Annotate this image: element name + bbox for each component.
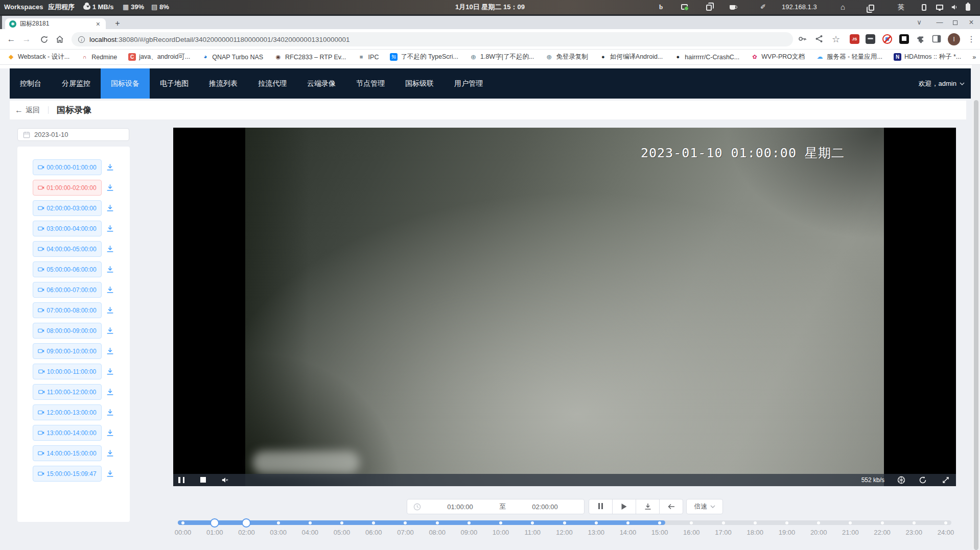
bookmark-item[interactable]: C java、android可... — [128, 53, 190, 61]
extension-dark-icon[interactable] — [899, 34, 909, 44]
segment-button[interactable]: 14:00:00-15:00:00 — [33, 445, 102, 461]
video-player[interactable]: 2023-01-10 01:00:00 星期二 552 kb/s — [173, 128, 956, 486]
window-close-button[interactable]: × — [965, 16, 978, 29]
extension-blocker-icon[interactable] — [882, 34, 892, 44]
download-icon[interactable] — [106, 306, 114, 315]
clipboard-tray-icon[interactable] — [706, 5, 712, 11]
speed-dropdown[interactable]: 倍速 — [686, 499, 723, 514]
download-icon[interactable] — [106, 449, 114, 458]
layers-tray-icon[interactable] — [869, 5, 874, 11]
segment-button[interactable]: 07:00:00-08:00:00 — [33, 302, 102, 318]
coffee-tray-icon[interactable] — [730, 5, 735, 10]
bookmark-item[interactable]: ■ IPC — [358, 53, 379, 61]
start-time-value[interactable]: 01:00:00 — [421, 503, 499, 511]
download-icon[interactable] — [106, 245, 114, 253]
pause-icon[interactable] — [178, 477, 184, 483]
download-icon[interactable] — [106, 469, 114, 478]
segment-button[interactable]: 08:00:00-09:00:00 — [33, 323, 102, 339]
volume-tray-icon[interactable] — [951, 4, 958, 11]
segment-button[interactable]: 15:00:00-15:09:47 — [33, 466, 102, 482]
timeline-handle-end[interactable] — [242, 518, 251, 528]
download-icon[interactable] — [106, 428, 114, 437]
download-icon[interactable] — [106, 388, 114, 396]
tab-close-icon[interactable]: × — [95, 20, 102, 28]
home-button[interactable] — [54, 33, 66, 45]
download-icon[interactable] — [106, 265, 114, 274]
bookmark-item[interactable]: ⊕ 1.8W字|了不起的... — [470, 53, 534, 61]
segment-button[interactable]: 04:00:00-05:00:00 — [33, 241, 102, 257]
forward-button[interactable]: → — [20, 33, 33, 45]
play-button[interactable] — [612, 499, 636, 514]
page-scrollbar[interactable] — [972, 65, 980, 550]
reload-button[interactable] — [38, 33, 50, 45]
bookmark-item[interactable]: » — [972, 54, 976, 61]
stop-icon[interactable] — [200, 477, 206, 483]
sidebar-toggle-icon[interactable] — [931, 34, 943, 45]
back-link[interactable]: ←返回 — [15, 106, 40, 115]
segment-button[interactable]: 09:00:00-10:00:00 — [33, 343, 102, 359]
extension-ninja-icon[interactable] — [866, 34, 875, 44]
segment-button[interactable]: 13:00:00-14:00:00 — [33, 425, 102, 441]
nav-item[interactable]: 拉流代理 — [248, 68, 297, 99]
download-icon[interactable] — [106, 224, 114, 233]
address-bar[interactable]: i localhost:38080/#/gbRecordDetail/34020… — [72, 32, 793, 46]
nav-item[interactable]: 电子地图 — [150, 68, 199, 99]
date-picker-input[interactable]: 2023-01-10 — [17, 128, 129, 141]
share-icon[interactable] — [814, 34, 825, 45]
bookmark-item[interactable]: ● 如何编译Android... — [599, 53, 663, 61]
download-icon[interactable] — [106, 367, 114, 376]
extensions-puzzle-icon[interactable] — [916, 34, 926, 44]
segment-button[interactable]: 05:00:00-06:00:00 — [33, 261, 102, 277]
monitor-tray-icon[interactable] — [936, 5, 943, 10]
nav-item[interactable]: 推流列表 — [199, 68, 248, 99]
pause-button[interactable] — [589, 499, 613, 514]
refresh-icon[interactable] — [919, 476, 927, 484]
phone-tray-icon[interactable] — [922, 4, 926, 11]
window-restore-button[interactable] — [948, 16, 962, 29]
nav-item[interactable]: 国标设备 — [101, 68, 150, 99]
bookmark-item[interactable]: 知 了不起的 TypeScri... — [390, 53, 458, 61]
profile-avatar[interactable]: I — [948, 33, 960, 45]
bookmark-item[interactable]: ∩ Redmine — [81, 53, 117, 61]
window-minimize-button[interactable]: — — [933, 16, 946, 29]
nav-item[interactable]: 节点管理 — [346, 68, 395, 99]
segment-button[interactable]: 11:00:00-12:00:00 — [33, 384, 102, 400]
download-icon[interactable] — [106, 326, 114, 335]
scrollbar-thumb[interactable] — [974, 100, 978, 550]
download-icon[interactable] — [106, 183, 114, 192]
bookmark-item[interactable]: ✿ WVP-PRO文档 — [751, 53, 805, 61]
download-button[interactable] — [636, 499, 660, 514]
browser-tab[interactable]: ✱ 国标28181 × — [5, 18, 106, 29]
back-button[interactable]: ← — [5, 33, 17, 45]
snapshot-icon[interactable] — [897, 476, 905, 484]
bookmark-item[interactable]: ☁ 服务器 - 轻量应用... — [816, 53, 882, 61]
bookmark-item[interactable]: ◆ Webstack - 设计... — [7, 53, 69, 61]
browser-menu-icon[interactable]: ⋮ — [966, 34, 977, 45]
segment-button[interactable]: 10:00:00-11:00:00 — [33, 364, 102, 379]
clock[interactable]: 1月10日 星期二 15：09 — [455, 0, 525, 14]
nav-item[interactable]: 国标级联 — [395, 68, 444, 99]
nav-item[interactable]: 分屏监控 — [52, 68, 101, 99]
password-key-icon[interactable] — [797, 34, 808, 45]
applications-menu[interactable]: 应用程序 — [48, 0, 75, 14]
nav-item[interactable]: 控制台 — [10, 68, 52, 99]
home-tray-icon[interactable]: ⌂ — [841, 0, 845, 14]
download-icon[interactable] — [106, 408, 114, 417]
bookmark-star-icon[interactable]: ☆ — [830, 34, 842, 45]
download-icon[interactable] — [106, 347, 114, 355]
bookmark-item[interactable]: N HDAtmos :: 种子 *... — [894, 53, 961, 61]
color-picker-tray-icon[interactable]: ✐ — [760, 0, 766, 14]
segment-button[interactable]: 12:00:00-13:00:00 — [33, 404, 102, 420]
segment-button[interactable]: 01:00:00-02:00:00 — [33, 180, 102, 196]
download-icon[interactable] — [106, 285, 114, 294]
end-time-value[interactable]: 02:00:00 — [506, 503, 584, 511]
timeline-handle-start[interactable] — [210, 518, 219, 528]
bookmark-item[interactable]: ● hairrrrr/C-CrashC... — [674, 53, 739, 61]
nav-item[interactable]: 用户管理 — [444, 68, 493, 99]
segment-button[interactable]: 02:00:00-03:00:00 — [33, 200, 102, 216]
bing-tray-icon[interactable]: b — [659, 0, 663, 14]
workspaces-button[interactable]: Workspaces — [4, 0, 43, 14]
ip-address[interactable]: 192.168.1.3 — [782, 0, 817, 14]
seek-back-button[interactable] — [659, 499, 683, 514]
segment-button[interactable]: 03:00:00-04:00:00 — [33, 221, 102, 236]
